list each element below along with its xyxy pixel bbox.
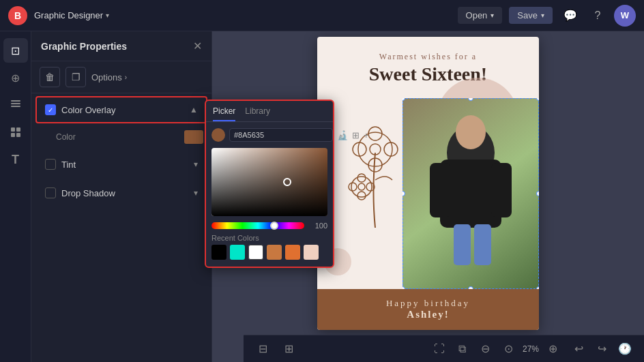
app-name-chevron: ▾ (106, 12, 109, 19)
zoom-reset-button[interactable]: ⊙ (499, 340, 518, 359)
handle-tr[interactable] (536, 98, 539, 101)
app-name-label: Graphic Designer (34, 10, 103, 20)
layers-icon-button[interactable]: ⊟ (253, 340, 272, 359)
svg-point-15 (357, 192, 366, 200)
svg-point-14 (357, 174, 366, 182)
svg-rect-3 (11, 127, 15, 132)
design-card: Warmest wishes for a Sweet Sixteen! (317, 37, 539, 330)
panel-close-button[interactable]: ✕ (193, 40, 202, 52)
drop-shadow-label: Drop Shadow (61, 188, 194, 198)
history-button[interactable]: 🕐 (615, 340, 634, 359)
svg-point-10 (353, 142, 366, 156)
save-button[interactable]: Save ▾ (509, 7, 553, 24)
svg-rect-0 (11, 103, 20, 104)
chat-icon-button[interactable]: 💬 (559, 5, 581, 27)
crop-button[interactable]: ⧉ (453, 340, 472, 359)
panel-header: Graphic Properties ✕ (31, 31, 211, 61)
swatch-orange[interactable] (285, 245, 300, 260)
color-overlay-toggle[interactable]: ▲ (190, 105, 198, 115)
tint-toggle[interactable]: ▾ (194, 160, 198, 169)
svg-point-11 (384, 142, 398, 156)
add-icon-button[interactable]: + (364, 127, 369, 142)
svg-rect-6 (16, 133, 20, 137)
zoom-controls: ⛶ ⧉ ⊖ ⊙ 27% ⊕ (430, 340, 562, 359)
recent-swatches (206, 245, 333, 260)
swatch-orange-dark[interactable] (267, 245, 282, 260)
user-avatar[interactable]: W (614, 5, 636, 27)
zoom-out-button[interactable]: ⊖ (476, 340, 495, 359)
hex-input[interactable] (229, 128, 333, 142)
redo-button[interactable]: ↪ (592, 340, 611, 359)
tint-label: Tint (61, 160, 194, 170)
hue-slider-row: 100 (211, 222, 327, 230)
svg-rect-2 (11, 100, 20, 102)
swatch-teal[interactable] (230, 245, 245, 260)
picker-hex-row: 🔬 ⊞ + (206, 122, 333, 148)
picker-color-dot (211, 128, 225, 142)
color-overlay-label: Color Overlay (61, 105, 190, 115)
handle-mr[interactable] (536, 191, 539, 196)
tool-elements[interactable] (3, 120, 28, 145)
bottom-bar: ⊟ ⊞ ⛶ ⧉ ⊖ ⊙ 27% ⊕ ↩ ↪ 🕐 (244, 335, 644, 362)
copy-button[interactable]: ❐ (65, 67, 86, 87)
drop-shadow-header[interactable]: Drop Shadow ▾ (35, 179, 207, 207)
topbar: B Graphic Designer ▾ Open ▾ Save ▾ 💬 ? W (0, 0, 644, 31)
drop-shadow-checkbox[interactable] (45, 187, 56, 198)
topbar-icons: 💬 ? W (559, 5, 636, 27)
open-chevron: ▾ (491, 12, 494, 19)
grid-icon-button[interactable]: ⊞ (352, 127, 360, 142)
delete-button[interactable]: 🗑 (40, 67, 60, 87)
help-icon-button[interactable]: ? (587, 5, 609, 27)
color-row: Color (31, 126, 211, 151)
card-photo (402, 98, 539, 289)
tint-checkbox[interactable] (45, 159, 56, 170)
hue-thumb (270, 222, 278, 230)
svg-point-8 (368, 127, 382, 140)
tool-text[interactable]: T (3, 147, 28, 172)
recent-colors-label: Recent Colors (206, 230, 333, 245)
color-swatch[interactable] (184, 130, 203, 144)
options-chevron: › (125, 74, 127, 81)
eyedropper-icon-button[interactable]: 🔬 (337, 127, 348, 142)
card-title: Sweet Sixteen! (317, 64, 539, 85)
card-bottom-line2: Ashley! (407, 309, 449, 320)
grid-view-button[interactable]: ⊞ (279, 340, 298, 359)
tint-header[interactable]: Tint ▾ (35, 151, 207, 178)
svg-rect-1 (11, 106, 20, 107)
swatch-black[interactable] (211, 245, 226, 260)
main-content: ⊡ ⊕ T Graphic Properties ✕ 🗑 ❐ (0, 31, 644, 362)
gradient-dark (211, 148, 327, 216)
tint-section: Tint ▾ (31, 151, 211, 178)
hue-slider[interactable] (211, 222, 304, 229)
panel-toolbar: 🗑 ❐ Options › (31, 61, 211, 93)
color-gradient-area[interactable] (211, 148, 327, 216)
zoom-in-button[interactable]: ⊕ (543, 340, 562, 359)
app-name-button[interactable]: Graphic Designer ▾ (34, 10, 109, 20)
drop-shadow-toggle[interactable]: ▾ (194, 188, 198, 198)
save-chevron: ▾ (541, 12, 544, 19)
panel-title: Graphic Properties (41, 41, 127, 52)
color-overlay-checkbox[interactable]: ✓ (45, 104, 56, 115)
color-overlay-header[interactable]: ✓ Color Overlay ▲ (35, 96, 207, 123)
zoom-level: 27% (523, 344, 539, 354)
open-button[interactable]: Open ▾ (458, 7, 503, 24)
fit-button[interactable]: ⛶ (430, 340, 449, 359)
color-picker-popup: Picker Library 🔬 ⊞ + 100 R (205, 100, 334, 268)
svg-rect-5 (11, 133, 15, 137)
swatch-white[interactable] (248, 245, 263, 260)
color-overlay-section: ✓ Color Overlay ▲ Color (31, 93, 211, 151)
options-button[interactable]: Options › (91, 72, 127, 82)
color-label: Color (56, 132, 184, 142)
app-logo[interactable]: B (8, 6, 27, 25)
picker-tabs: Picker Library (206, 101, 333, 122)
bottom-right-buttons: ↩ ↪ 🕐 (569, 340, 634, 359)
tool-layers[interactable] (3, 93, 28, 117)
tool-add[interactable]: ⊕ (3, 65, 28, 90)
tab-picker[interactable]: Picker (213, 106, 235, 121)
card-bottom-line1: Happy birthday (386, 298, 470, 309)
tab-library[interactable]: Library (245, 106, 270, 121)
tool-select[interactable]: ⊡ (3, 38, 28, 63)
swatch-peach[interactable] (304, 245, 319, 260)
card-bottom-text: Happy birthday Ashley! (317, 289, 539, 330)
undo-button[interactable]: ↩ (569, 340, 588, 359)
